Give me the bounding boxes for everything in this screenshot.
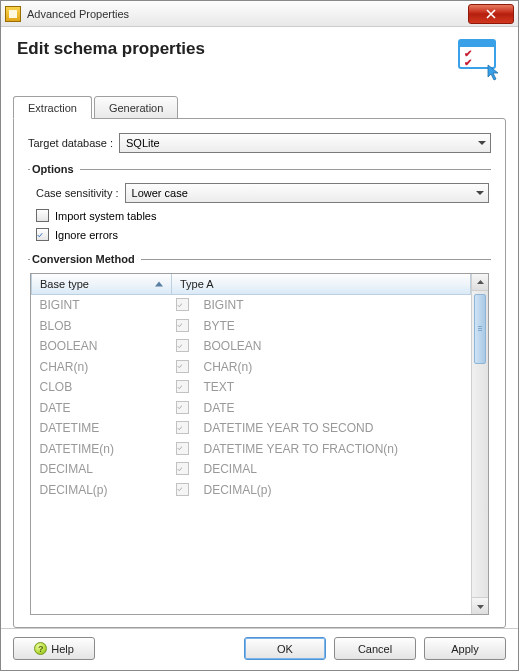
type-a-checkbox — [176, 339, 189, 352]
table-row[interactable]: BOOLEANBOOLEAN — [32, 336, 471, 357]
help-button-label: Help — [51, 643, 74, 655]
cell-type-a: DECIMAL(p) — [196, 480, 471, 501]
table-row[interactable]: CLOBTEXT — [32, 377, 471, 398]
conversion-table-wrap: Base type Type A BIGINTBIGINTBLOBBYTEBOO… — [30, 273, 489, 615]
header: Edit schema properties ✔✔ — [13, 35, 506, 89]
title-bar: Advanced Properties — [1, 1, 518, 27]
close-icon — [486, 9, 496, 19]
close-button[interactable] — [468, 4, 514, 24]
conversion-method-group: Conversion Method Base type Type A BIG — [28, 253, 491, 617]
scrollbar-vertical[interactable] — [471, 274, 488, 614]
cell-base-type: CHAR(n) — [32, 357, 172, 378]
target-database-select[interactable]: SQLite — [119, 133, 491, 153]
check-icon — [177, 484, 183, 494]
cell-type-a-checkbox — [172, 398, 196, 419]
cell-base-type: BOOLEAN — [32, 336, 172, 357]
cell-type-a-checkbox — [172, 357, 196, 378]
tab-generation[interactable]: Generation — [94, 96, 178, 119]
type-a-checkbox — [176, 401, 189, 414]
type-a-checkbox — [176, 483, 189, 496]
column-base-type[interactable]: Base type — [32, 274, 172, 295]
cell-type-a-checkbox — [172, 295, 196, 316]
check-icon — [177, 320, 183, 330]
check-icon — [177, 464, 183, 474]
table-row[interactable]: BIGINTBIGINT — [32, 295, 471, 316]
cell-type-a: DATETIME YEAR TO FRACTION(n) — [196, 439, 471, 460]
target-database-value: SQLite — [126, 137, 160, 149]
target-database-label: Target database : — [28, 137, 113, 149]
schema-properties-icon: ✔✔ — [458, 39, 502, 79]
cell-base-type: DECIMAL — [32, 459, 172, 480]
table-row[interactable]: DECIMAL(p)DECIMAL(p) — [32, 480, 471, 501]
tabstrip: Extraction Generation — [13, 95, 506, 118]
cell-base-type: DECIMAL(p) — [32, 480, 172, 501]
type-a-checkbox — [176, 380, 189, 393]
table-row[interactable]: DATETIMEDATETIME YEAR TO SECOND — [32, 418, 471, 439]
tab-area: Extraction Generation Target database : … — [13, 95, 506, 628]
table-row[interactable]: BLOBBYTE — [32, 316, 471, 337]
type-a-checkbox — [176, 462, 189, 475]
cell-type-a: BOOLEAN — [196, 336, 471, 357]
check-icon — [177, 423, 183, 433]
scroll-up-button[interactable] — [472, 274, 488, 291]
options-group: Options Case sensitivity : Lower case Im… — [28, 163, 491, 243]
conversion-table: Base type Type A BIGINTBIGINTBLOBBYTEBOO… — [31, 274, 471, 500]
cell-type-a: BYTE — [196, 316, 471, 337]
table-row[interactable]: DATETIME(n)DATETIME YEAR TO FRACTION(n) — [32, 439, 471, 460]
import-system-tables-label: Import system tables — [55, 210, 156, 222]
tab-panel-extraction: Target database : SQLite Options Case se… — [13, 118, 506, 628]
type-a-checkbox — [176, 360, 189, 373]
table-row[interactable]: DATEDATE — [32, 398, 471, 419]
check-icon — [177, 300, 183, 310]
window-title: Advanced Properties — [27, 8, 129, 20]
apply-button[interactable]: Apply — [424, 637, 506, 660]
cell-type-a-checkbox — [172, 377, 196, 398]
import-system-tables-checkbox[interactable] — [36, 209, 49, 222]
cell-type-a: DECIMAL — [196, 459, 471, 480]
conversion-method-legend: Conversion Method — [30, 253, 141, 265]
table-row[interactable]: CHAR(n)CHAR(n) — [32, 357, 471, 378]
help-icon: ? — [34, 642, 47, 655]
table-row[interactable]: DECIMALDECIMAL — [32, 459, 471, 480]
case-sensitivity-label: Case sensitivity : — [36, 187, 119, 199]
import-system-tables-row: Import system tables — [36, 209, 489, 222]
cell-base-type: DATE — [32, 398, 172, 419]
ignore-errors-label: Ignore errors — [55, 229, 118, 241]
type-a-checkbox — [176, 421, 189, 434]
cell-type-a-checkbox — [172, 459, 196, 480]
cell-type-a: TEXT — [196, 377, 471, 398]
scroll-down-button[interactable] — [472, 597, 488, 614]
cell-base-type: BLOB — [32, 316, 172, 337]
ok-button[interactable]: OK — [244, 637, 326, 660]
column-type-a[interactable]: Type A — [172, 274, 471, 295]
target-database-row: Target database : SQLite — [28, 133, 491, 153]
chevron-down-icon — [478, 137, 486, 149]
cell-type-a: BIGINT — [196, 295, 471, 316]
cell-type-a: DATE — [196, 398, 471, 419]
cell-type-a: CHAR(n) — [196, 357, 471, 378]
case-sensitivity-select[interactable]: Lower case — [125, 183, 489, 203]
cell-base-type: DATETIME — [32, 418, 172, 439]
cancel-button[interactable]: Cancel — [334, 637, 416, 660]
ignore-errors-row: Ignore errors — [36, 228, 489, 241]
chevron-down-icon — [476, 187, 484, 199]
cell-type-a: DATETIME YEAR TO SECOND — [196, 418, 471, 439]
scroll-thumb[interactable] — [474, 294, 486, 364]
cell-base-type: DATETIME(n) — [32, 439, 172, 460]
case-sensitivity-value: Lower case — [132, 187, 188, 199]
page-title: Edit schema properties — [17, 39, 205, 59]
ignore-errors-checkbox[interactable] — [36, 228, 49, 241]
cell-type-a-checkbox — [172, 480, 196, 501]
conversion-table-scroll: Base type Type A BIGINTBIGINTBLOBBYTEBOO… — [31, 274, 471, 614]
type-a-checkbox — [176, 319, 189, 332]
check-icon — [177, 361, 183, 371]
window-body: Edit schema properties ✔✔ Extraction Gen… — [1, 27, 518, 628]
check-icon — [177, 443, 183, 453]
tab-extraction[interactable]: Extraction — [13, 96, 92, 119]
help-button[interactable]: ? Help — [13, 637, 95, 660]
cursor-icon — [486, 63, 504, 81]
check-icon — [177, 402, 183, 412]
check-icon — [177, 341, 183, 351]
cell-type-a-checkbox — [172, 336, 196, 357]
type-a-checkbox — [176, 298, 189, 311]
